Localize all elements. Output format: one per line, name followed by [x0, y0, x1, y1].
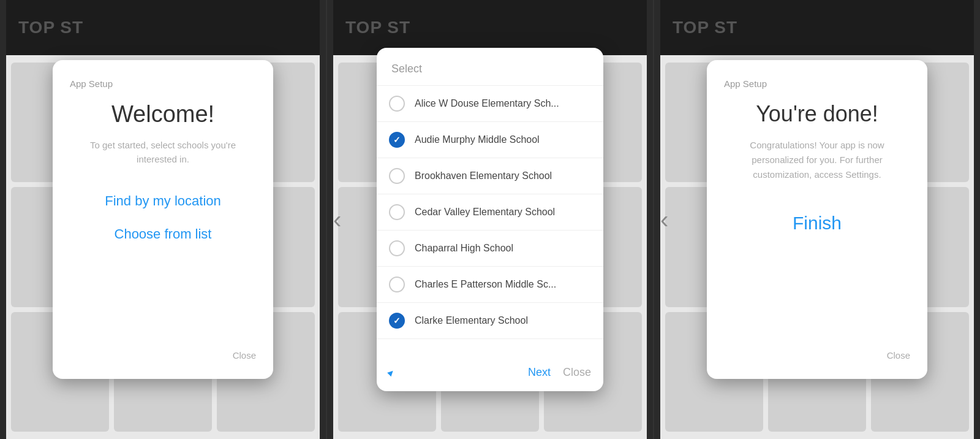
- school-name-3: Cedar Valley Elementary School: [415, 207, 555, 218]
- done-dialog: App Setup You're done! Congratulations! …: [707, 60, 927, 379]
- bg-top-text-2: TOP ST: [345, 18, 410, 37]
- school-list-item[interactable]: Audie Murphy Middle School: [377, 122, 603, 158]
- done-dialog-header: App Setup: [724, 78, 910, 89]
- done-close-button[interactable]: Close: [724, 350, 910, 361]
- finish-button[interactable]: Finish: [724, 213, 910, 234]
- school-radio-4[interactable]: [389, 240, 405, 256]
- welcome-dialog: App Setup Welcome! To get started, selec…: [53, 60, 273, 379]
- welcome-title: Welcome!: [70, 101, 256, 128]
- select-close-button[interactable]: Close: [563, 366, 591, 379]
- school-name-4: Chaparral High School: [415, 243, 513, 254]
- school-list-item[interactable]: Cedar Valley Elementary School: [377, 194, 603, 231]
- school-name-5: Charles E Patterson Middle Sc...: [415, 279, 556, 290]
- school-name-0: Alice W Douse Elementary Sch...: [415, 98, 559, 109]
- school-list: Alice W Douse Elementary Sch...Audie Mur…: [377, 85, 603, 354]
- school-list-item[interactable]: Chaparral High School: [377, 231, 603, 267]
- select-dialog-header: Select: [377, 63, 603, 75]
- school-list-item[interactable]: Clarke Elementary School: [377, 303, 603, 339]
- welcome-dialog-header: App Setup: [70, 78, 256, 89]
- divider-2: [653, 0, 654, 439]
- school-name-2: Brookhaven Elementary School: [415, 170, 552, 181]
- select-footer: ▴ Next Close: [377, 357, 603, 379]
- school-radio-0[interactable]: [389, 96, 405, 112]
- find-location-button[interactable]: Find by my location: [70, 193, 256, 209]
- school-radio-6[interactable]: [389, 313, 405, 329]
- done-subtitle: Congratulations! Your app is now persona…: [724, 138, 910, 182]
- bg-top-text-3: TOP ST: [673, 18, 737, 37]
- school-list-item[interactable]: Alice W Douse Elementary Sch...: [377, 86, 603, 122]
- divider-1: [326, 0, 327, 439]
- welcome-subtitle: To get started, select schools you're in…: [70, 139, 256, 166]
- school-radio-1[interactable]: [389, 132, 405, 148]
- school-radio-3[interactable]: [389, 204, 405, 220]
- done-title: You're done!: [724, 101, 910, 127]
- panel-done: TOP ST ‹ App Setup You're done! Congratu…: [654, 0, 980, 439]
- select-dialog: Select Alice W Douse Elementary Sch...Au…: [377, 48, 603, 391]
- school-name-6: Clarke Elementary School: [415, 315, 528, 326]
- school-list-item[interactable]: Brookhaven Elementary School: [377, 158, 603, 194]
- school-list-item[interactable]: Charles E Patterson Middle Sc...: [377, 267, 603, 303]
- panel-select: TOP ST ‹ Select Alice W Douse Elementary…: [327, 0, 653, 439]
- school-radio-2[interactable]: [389, 168, 405, 184]
- panel-welcome: TOP ST App Setup Welcome! To get started…: [0, 0, 326, 439]
- bg-top-bar-1: TOP ST: [6, 0, 320, 55]
- welcome-close-button[interactable]: Close: [70, 350, 256, 361]
- bg-top-bar-3: TOP ST: [660, 0, 974, 55]
- location-icon: ▴: [385, 365, 399, 379]
- chevron-left-2-icon[interactable]: ‹: [660, 206, 668, 234]
- bg-top-bar-2: TOP ST: [333, 0, 647, 55]
- school-name-1: Audie Murphy Middle School: [415, 134, 540, 145]
- next-button[interactable]: Next: [528, 366, 551, 379]
- bg-top-text-1: TOP ST: [18, 18, 83, 37]
- school-radio-5[interactable]: [389, 277, 405, 292]
- choose-list-button[interactable]: Choose from list: [70, 226, 256, 242]
- chevron-left-icon[interactable]: ‹: [333, 206, 341, 234]
